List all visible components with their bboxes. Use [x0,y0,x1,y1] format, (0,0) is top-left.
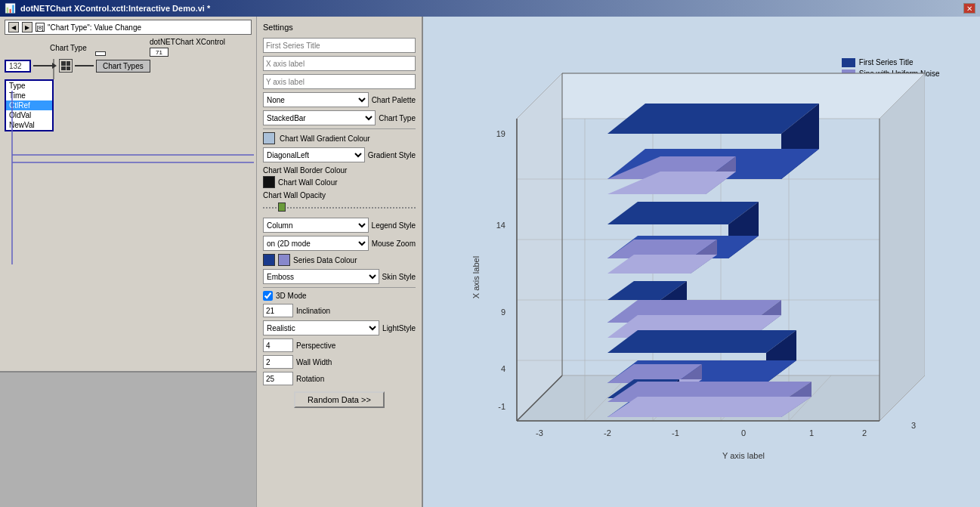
chart-wall-border-label: Chart Wall Border Colour [263,166,347,175]
light-style-label: LightStyle [382,324,416,332]
title-bar: 📊 dotNETChart XControl.xctl:Interactive … [0,0,980,17]
bar-row1-s2 [607,156,736,194]
chart-types-button[interactable]: Chart Types [96,60,150,73]
svg-marker-9 [517,73,562,421]
chart-type-box [95,51,106,56]
series-data-colour-label: Series Data Colour [293,256,357,264]
mouse-zoom-select[interactable]: on (2D mode [263,236,369,251]
skin-style-label: Skin Style [382,273,416,281]
legend-style-select[interactable]: Column [263,218,369,233]
inclination-input[interactable] [263,304,293,317]
svg-text:14: 14 [496,221,505,230]
bar-row5-s2 [607,382,812,417]
gradient-color-swatch [263,132,275,144]
skin-style-select[interactable]: Emboss [263,269,379,284]
svg-marker-42 [607,330,796,353]
dotnet-label: dotNETChart XControl 71 [148,38,227,57]
event-bar: ◀ ▶ [8] "Chart Type": Value Change [5,20,252,35]
prop-time[interactable]: Time [6,91,52,100]
first-series-title-input[interactable] [263,38,416,53]
gradient-style-select[interactable]: DiagonalLeft [263,147,365,162]
close-button[interactable]: ✕ [963,3,975,14]
wiring-diagram [5,38,257,280]
left-panel: ◀ ▶ [8] "Chart Type": Value Change Chart… [0,17,257,507]
svg-text:19: 19 [496,129,505,138]
svg-text:3: 3 [910,421,915,430]
svg-text:2: 2 [861,428,866,437]
threeD-mode-row: 3D Mode [263,291,416,301]
chart-wall-colour-swatch [263,176,275,188]
prop-ctlref[interactable]: CtlRef [6,100,52,110]
svg-text:-3: -3 [536,428,543,437]
prop-newval[interactable]: NewVal [6,120,52,130]
opacity-slider-thumb[interactable] [278,202,286,212]
chart-wall-gradient-label: Chart Wall Gradient Colour [280,134,370,143]
svg-text:9: 9 [500,308,505,317]
prop-oldval[interactable]: OldVal [6,110,52,120]
y-axis-label-input[interactable] [263,74,416,89]
svg-text:1: 1 [808,428,813,437]
svg-marker-7 [880,73,925,421]
chart-wall-opacity-label: Chart Wall Opacity [263,191,416,199]
window-title: dotNETChart XControl.xctl:Interactive De… [20,4,210,13]
bottom-area [0,371,256,507]
opacity-slider-container [263,199,416,215]
gradient-style-label: Gradient Style [368,151,416,159]
threeD-mode-label: 3D Mode [276,292,307,300]
matrix-icon [59,59,73,73]
value-display: 132 [5,60,31,73]
threeD-mode-checkbox[interactable] [263,291,273,301]
wall-width-label: Wall Width [296,358,332,366]
chart-palette-label: Chart Palette [372,96,416,104]
chart-panel: First Series Title Sine with Uniform Noi… [423,17,980,507]
event-icon: [8] [36,23,45,32]
rotation-label: Rotation [296,375,324,383]
legend-style-label: Legend Style [372,221,416,230]
series-color-2-swatch [278,254,290,266]
svg-text:-1: -1 [498,402,505,411]
chart-type-select-label: Chart Type [379,114,416,122]
svg-text:0: 0 [740,428,745,437]
series-color-1-swatch [263,254,275,266]
perspective-input[interactable] [263,339,293,352]
settings-title: Settings [263,23,416,32]
nav-right-icon[interactable]: ▶ [22,22,32,32]
bar-row2-s2 [607,240,717,274]
svg-text:-2: -2 [604,428,611,437]
rotation-input[interactable] [263,372,293,385]
opacity-slider-track [263,207,416,209]
chart-type-select[interactable]: StackedBar [263,110,376,125]
svg-text:4: 4 [500,364,505,373]
x-axis-label-input[interactable] [263,56,416,71]
chart-container: First Series Title Sine with Uniform Noi… [456,51,948,474]
light-style-select[interactable]: Realistic [263,320,379,335]
svg-marker-53 [607,397,812,417]
control-cluster: 132 Chart Types [5,59,150,73]
random-data-button[interactable]: Random Data >> [294,391,385,408]
chart-palette-select[interactable]: None [263,92,369,107]
inclination-label: Inclination [296,307,330,315]
settings-panel: Settings None Chart Palette StackedBar C… [257,17,423,507]
wall-width-input[interactable] [263,355,293,369]
svg-text:X axis label: X axis label [471,255,481,298]
prop-type[interactable]: Type [6,81,52,91]
event-text: "Chart Type": Value Change [48,23,141,32]
properties-list: Type Time CtlRef OldVal NewVal [5,79,54,131]
mouse-zoom-label: Mouse Zoom [372,240,416,248]
svg-text:-1: -1 [672,428,679,437]
chart-wall-colour-label: Chart Wall Colour [278,178,338,187]
perspective-label: Perspective [296,342,335,350]
chart-svg: 19 14 9 4 -1 -3 -2 -1 0 1 2 3 X axis lab… [456,58,925,466]
svg-text:Y axis label: Y axis label [722,451,764,460]
nav-left-icon[interactable]: ◀ [8,22,19,32]
chart-type-label: Chart Type [50,44,87,54]
diagram-area: Chart Type dotNETChart XControl 71 132 [5,38,252,280]
